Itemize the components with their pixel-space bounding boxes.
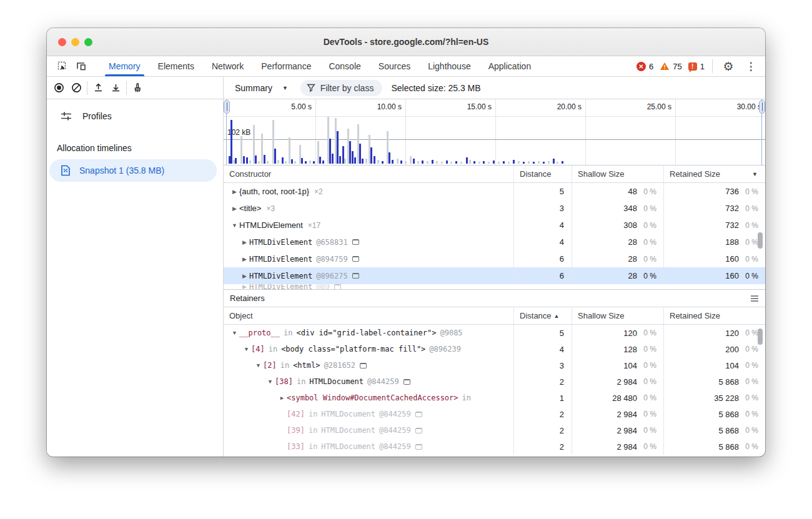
minimize-window-button[interactable] (71, 38, 79, 46)
allocation-bar (230, 120, 232, 164)
reveal-in-elements-icon[interactable] (352, 273, 359, 279)
warning-count: 75 (673, 62, 681, 71)
toggle-device-toolbar-button[interactable] (73, 59, 89, 74)
constructor-row[interactable]: ▶ {auth, root, root-1p} ×2 5 480 % 7360 … (224, 183, 765, 200)
expand-arrow-icon[interactable]: ▼ (265, 378, 275, 385)
sidebar-item-snapshot-1[interactable]: Snapshot 1 (35.8 MB) (49, 159, 217, 182)
retainer-row[interactable]: ▼ [4] in <body class="platform-mac fill"… (224, 341, 765, 357)
sidebar-item-profiles[interactable]: Profiles (47, 106, 223, 127)
reveal-in-elements-icon[interactable] (415, 412, 422, 417)
issues-badge[interactable]: ! 1 (688, 62, 705, 71)
retainer-row[interactable]: [39] in HTMLDocument @844259 2 2 9840 % … (224, 422, 765, 438)
constructor-row[interactable]: ▼ HTMLDivElement ×17 4 3080 % 7320 % (224, 217, 765, 234)
allocation-bar (344, 159, 346, 164)
shallow-size-cell: 1200 % (572, 325, 663, 341)
close-window-button[interactable] (58, 38, 66, 46)
expand-arrow-icon[interactable]: ▼ (254, 362, 263, 368)
allocation-bar (354, 157, 356, 164)
panel-tabs: MemoryElementsNetworkPerformanceConsoleS… (100, 56, 540, 76)
clear-all-button[interactable] (129, 81, 146, 96)
retainer-context: HTMLDocument (321, 426, 375, 435)
expand-arrow-icon[interactable]: ▶ (230, 189, 239, 195)
expand-arrow-icon[interactable]: ▶ (277, 395, 287, 401)
constructor-row[interactable]: ▶ HTMLDivElement @894759 6 280 % 1600 % (224, 250, 765, 267)
gear-icon: ⚙ (723, 61, 733, 72)
inspect-element-button[interactable] (54, 59, 71, 74)
constructor-name: {auth, root, root-1p} (239, 187, 309, 196)
tab-elements[interactable]: Elements (149, 56, 203, 76)
more-options-button[interactable]: ⋮ (743, 59, 759, 74)
allocation-timeline-chart[interactable]: 5.00 s10.00 s15.00 s20.00 s25.00 s30.00 … (224, 99, 765, 166)
reveal-in-elements-icon[interactable] (360, 363, 367, 368)
record-heap-button[interactable] (51, 81, 67, 96)
shallow-size-cell: 280 % (572, 267, 663, 284)
reveal-in-elements-icon[interactable] (352, 239, 359, 245)
expand-arrow-icon[interactable]: ▼ (230, 330, 239, 336)
save-profile-button[interactable] (107, 81, 124, 96)
retained-size-cell: 1600 % (663, 250, 765, 267)
retainer-row[interactable]: [42] in HTMLDocument @844259 2 2 9840 % … (224, 406, 765, 422)
perspective-select[interactable]: Summary ▼ (231, 81, 292, 96)
column-header-object[interactable]: Object (224, 307, 513, 324)
constructor-row[interactable]: ▶ HTMLDivElement @896275 6 280 % 1600 % (224, 267, 765, 284)
retainer-in-keyword: in (269, 345, 277, 353)
expand-arrow-icon[interactable]: ▶ (240, 239, 249, 245)
tab-performance[interactable]: Performance (252, 56, 320, 76)
block-icon (71, 82, 82, 93)
range-start-handle[interactable] (224, 100, 230, 114)
class-filter-input[interactable]: Filter by class (300, 80, 383, 96)
hamburger-menu-icon[interactable] (750, 295, 759, 302)
tab-network[interactable]: Network (203, 56, 252, 76)
tab-sources[interactable]: Sources (370, 56, 419, 76)
retained-size-cell: 1880 % (663, 234, 765, 250)
tab-console[interactable]: Console (320, 56, 369, 76)
retainer-row[interactable]: [33] in HTMLDocument @844259 2 2 9840 % … (224, 438, 765, 455)
load-profile-button[interactable] (90, 81, 106, 96)
reveal-in-elements-icon[interactable] (415, 444, 422, 450)
column-header-retained-size[interactable]: Retained Size ▼ (663, 166, 765, 182)
column-header-shallow-size[interactable]: Shallow Size (572, 166, 663, 182)
snapshot-label: Snapshot 1 (35.8 MB) (79, 166, 164, 175)
allocation-bar (319, 157, 321, 164)
column-header-constructor[interactable]: Constructor (224, 166, 513, 182)
expand-arrow-icon[interactable]: ▼ (242, 346, 251, 352)
reveal-in-elements-icon[interactable] (415, 428, 422, 433)
range-end-handle[interactable] (759, 100, 765, 114)
retainer-row[interactable]: ▶ <symbol Window#DocumentCachedAccessor>… (224, 390, 765, 406)
allocation-bar (488, 162, 490, 164)
constructor-row[interactable]: ▶ HTMLDivElement @658831 4 280 % 1880 % (224, 234, 765, 250)
retainer-property: [42] (287, 410, 305, 418)
retainers-scrollbar-thumb[interactable] (758, 329, 763, 345)
reveal-in-elements-icon[interactable] (404, 379, 410, 385)
distance-cell: 3 (513, 200, 572, 217)
settings-button[interactable]: ⚙ (720, 59, 736, 74)
zoom-window-button[interactable] (84, 38, 92, 46)
distance-cell: 5 (513, 183, 572, 200)
column-header-distance[interactable]: Distance ▲ (513, 307, 572, 324)
clear-profiles-button[interactable] (68, 81, 84, 96)
shallow-size-cell: 280 % (572, 234, 663, 250)
allocation-bar (392, 160, 394, 164)
expand-arrow-icon[interactable]: ▼ (230, 222, 239, 229)
console-warnings-badge[interactable]: 75 (660, 62, 681, 71)
retainer-row[interactable]: ▼ [2] in <html> @281652 3 1040 % 1040 % (224, 357, 765, 373)
tab-lighthouse[interactable]: Lighthouse (419, 56, 480, 76)
constructor-scrollbar-thumb[interactable] (758, 232, 763, 249)
constructor-row-partial[interactable]: ▶HTMLDivElement @89 (224, 284, 765, 289)
expand-arrow-icon[interactable]: ▶ (240, 273, 249, 279)
column-header-shallow-size[interactable]: Shallow Size (572, 307, 663, 324)
console-errors-badge[interactable]: ✕ 6 (636, 62, 653, 71)
allocation-timelines-header: Allocation timelines (47, 127, 223, 158)
column-header-distance[interactable]: Distance (513, 166, 572, 182)
reveal-in-elements-icon[interactable] (352, 256, 359, 262)
tab-memory[interactable]: Memory (100, 56, 149, 76)
expand-arrow-icon[interactable]: ▶ (240, 256, 249, 262)
retained-size-cell: 2000 % (663, 341, 765, 357)
expand-arrow-icon[interactable]: ▶ (230, 205, 239, 212)
constructor-row[interactable]: ▶ <title> ×3 3 3480 % 7320 % (224, 200, 765, 217)
tab-application[interactable]: Application (480, 56, 540, 76)
retainer-row[interactable]: ▼ [38] in HTMLDocument @844259 2 2 9840 … (224, 373, 765, 390)
retainer-row[interactable]: ▼ __proto__ in <div id="grid-label-conta… (224, 325, 765, 341)
distance-cell: 2 (513, 373, 572, 390)
column-header-retained-size[interactable]: Retained Size (663, 307, 765, 324)
